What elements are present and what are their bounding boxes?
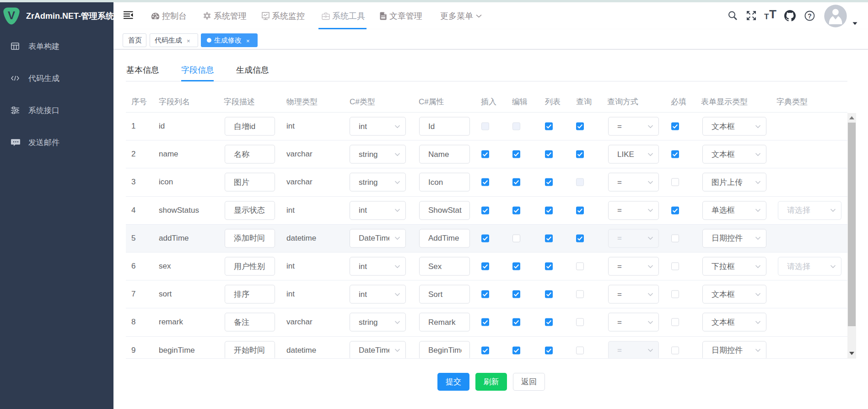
svg-text:V: V xyxy=(8,9,15,22)
svg-text:?: ? xyxy=(808,12,812,20)
